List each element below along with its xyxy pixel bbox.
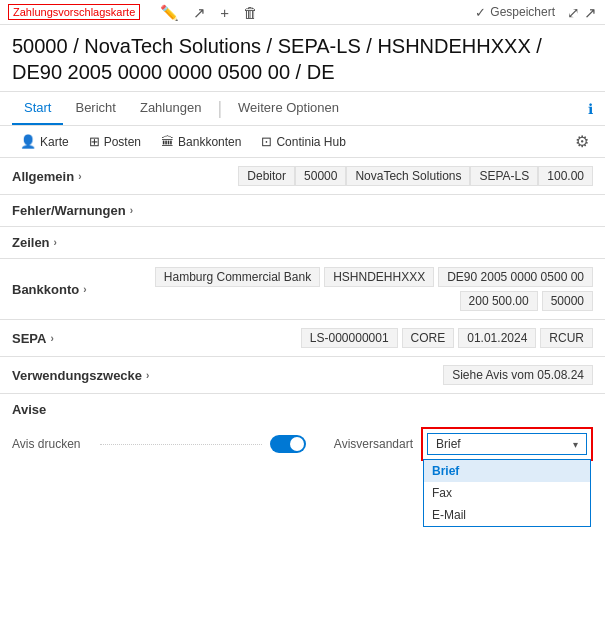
bankkonto-section: Bankkonto › Hamburg Commercial Bank HSHN… — [0, 259, 605, 320]
posten-label: Posten — [104, 135, 141, 149]
external-icon[interactable]: ↗ — [584, 5, 597, 20]
continia-label: Continia Hub — [276, 135, 345, 149]
sepa-title: SEPA — [12, 331, 46, 346]
toolbar-icons: ✏️ ↗ + 🗑 — [160, 5, 258, 20]
fehler-header[interactable]: Fehler/Warnungen › — [12, 203, 133, 218]
nav-tabs: Start Bericht Zahlungen | Weitere Option… — [0, 92, 605, 126]
allgemein-section: Allgemein › Debitor 50000 NovaTech Solut… — [0, 158, 605, 195]
breadcrumb[interactable]: Zahlungsvorschlagskarte — [8, 4, 140, 20]
allgemein-chip-amount: 100.00 — [538, 166, 593, 186]
checkmark-icon: ✓ — [475, 5, 486, 20]
dropdown-item-brief[interactable]: Brief — [424, 460, 590, 482]
allgemein-title: Allgemein — [12, 169, 74, 184]
tab-bericht[interactable]: Bericht — [63, 92, 127, 125]
zeilen-title: Zeilen — [12, 235, 50, 250]
verwendungszwecke-section: Verwendungszwecke › Siehe Avis vom 05.08… — [0, 357, 605, 394]
allgemein-chip-type: SEPA-LS — [470, 166, 538, 186]
fehler-row: Fehler/Warnungen › — [12, 203, 593, 218]
dropdown-item-fax[interactable]: Fax — [424, 482, 590, 504]
dropdown-item-email[interactable]: E-Mail — [424, 504, 590, 526]
delete-icon[interactable]: 🗑 — [243, 5, 258, 20]
verwendungszwecke-chevron: › — [146, 370, 149, 381]
share-icon[interactable]: ↗ — [193, 5, 206, 20]
fehler-chevron: › — [130, 205, 133, 216]
action-bar: 👤 Karte ⊞ Posten 🏛 Bankkonten ⊡ Continia… — [0, 126, 605, 158]
content: Allgemein › Debitor 50000 NovaTech Solut… — [0, 158, 605, 477]
allgemein-data: Debitor 50000 NovaTech Solutions SEPA-LS… — [238, 166, 593, 186]
bankkonto-row: Bankkonto › Hamburg Commercial Bank HSHN… — [12, 267, 593, 311]
bankkonto-title: Bankkonto — [12, 282, 79, 297]
posten-button[interactable]: ⊞ Posten — [81, 130, 149, 153]
avis-dots — [100, 444, 261, 445]
verwendungszwecke-header[interactable]: Verwendungszwecke › — [12, 368, 149, 383]
fehler-section: Fehler/Warnungen › — [0, 195, 605, 227]
sepa-chip-ref: LS-000000001 — [301, 328, 398, 348]
fehler-title: Fehler/Warnungen — [12, 203, 126, 218]
avis-drucken-label: Avis drucken — [12, 437, 80, 451]
avis-drucken-toggle[interactable] — [270, 435, 306, 453]
bankkonto-chip-amount: 200 500.00 — [460, 291, 538, 311]
settings-icon[interactable]: ⚙ — [571, 129, 593, 154]
tab-start[interactable]: Start — [12, 92, 63, 125]
avise-title: Avise — [12, 402, 593, 417]
avis-drucken-row: Avis drucken Avisversandart Brief ▾ Brie… — [12, 427, 593, 461]
sepa-chip-date: 01.01.2024 — [458, 328, 536, 348]
avisversandart-label: Avisversandart — [334, 437, 413, 451]
person-icon: 👤 — [20, 134, 36, 149]
allgemein-header[interactable]: Allgemein › — [12, 169, 81, 184]
tab-zahlungen[interactable]: Zahlungen — [128, 92, 213, 125]
page-title: 50000 / NovaTech Solutions / SEPA-LS / H… — [0, 25, 605, 92]
info-icon[interactable]: ℹ — [588, 101, 593, 117]
avise-section: Avise Avis drucken Avisversandart Brief … — [0, 394, 605, 477]
expand-icon[interactable]: ⤢ — [567, 5, 580, 20]
zeilen-section: Zeilen › — [0, 227, 605, 259]
chevron-down-icon: ▾ — [573, 439, 578, 450]
avisversandart-selected[interactable]: Brief ▾ — [427, 433, 587, 455]
zeilen-chevron: › — [54, 237, 57, 248]
verwendungszwecke-row: Verwendungszwecke › Siehe Avis vom 05.08… — [12, 365, 593, 385]
allgemein-row: Allgemein › Debitor 50000 NovaTech Solut… — [12, 166, 593, 186]
header-toolbar: Zahlungsvorschlagskarte ✏️ ↗ + 🗑 ✓ Gespe… — [0, 0, 605, 25]
action-bar-right: ⚙ — [571, 132, 593, 151]
bankkonto-chip-id: 50000 — [542, 291, 593, 311]
avisversandart-dropdown-list: Brief Fax E-Mail — [423, 459, 591, 527]
bankkonto-header[interactable]: Bankkonto › — [12, 282, 87, 297]
bank-icon: 🏛 — [161, 134, 174, 149]
sepa-chip-core: CORE — [402, 328, 455, 348]
edit-icon[interactable]: ✏️ — [160, 5, 179, 20]
bankkonto-chip-iban: DE90 2005 0000 0500 00 — [438, 267, 593, 287]
bankkonto-data: Hamburg Commercial Bank HSHNDEHHXXX DE90… — [87, 267, 593, 311]
avisversandart-dropdown-container: Brief ▾ Brief Fax E-Mail — [421, 427, 593, 461]
karte-button[interactable]: 👤 Karte — [12, 130, 77, 153]
avisversandart-value: Brief — [436, 437, 461, 451]
bankkonten-label: Bankkonten — [178, 135, 241, 149]
continia-icon: ⊡ — [261, 134, 272, 149]
sepa-data: LS-000000001 CORE 01.01.2024 RCUR — [301, 328, 593, 348]
allgemein-chip-company: NovaTech Solutions — [346, 166, 470, 186]
karte-label: Karte — [40, 135, 69, 149]
saved-label: Gespeichert — [490, 5, 555, 19]
bankkonto-chip-bic: HSHNDEHHXXX — [324, 267, 434, 287]
allgemein-chip-num: 50000 — [295, 166, 346, 186]
add-icon[interactable]: + — [220, 5, 229, 20]
tab-weitere[interactable]: Weitere Optionen — [226, 92, 351, 125]
nav-separator: | — [217, 98, 222, 119]
allgemein-chip-debitor: Debitor — [238, 166, 295, 186]
sepa-row: SEPA › LS-000000001 CORE 01.01.2024 RCUR — [12, 328, 593, 348]
allgemein-chevron: › — [78, 171, 81, 182]
zeilen-row: Zeilen › — [12, 235, 593, 250]
grid-icon: ⊞ — [89, 134, 100, 149]
bankkonto-chip-bank: Hamburg Commercial Bank — [155, 267, 320, 287]
bankkonten-button[interactable]: 🏛 Bankkonten — [153, 130, 249, 153]
continia-button[interactable]: ⊡ Continia Hub — [253, 130, 353, 153]
sepa-header[interactable]: SEPA › — [12, 331, 54, 346]
sepa-section: SEPA › LS-000000001 CORE 01.01.2024 RCUR — [0, 320, 605, 357]
sepa-chevron: › — [50, 333, 53, 344]
verwendungszwecke-value: Siehe Avis vom 05.08.24 — [443, 365, 593, 385]
saved-indicator: ✓ Gespeichert ⤢ ↗ — [475, 5, 597, 20]
verwendungszwecke-title: Verwendungszwecke — [12, 368, 142, 383]
zeilen-header[interactable]: Zeilen › — [12, 235, 57, 250]
sepa-chip-type: RCUR — [540, 328, 593, 348]
